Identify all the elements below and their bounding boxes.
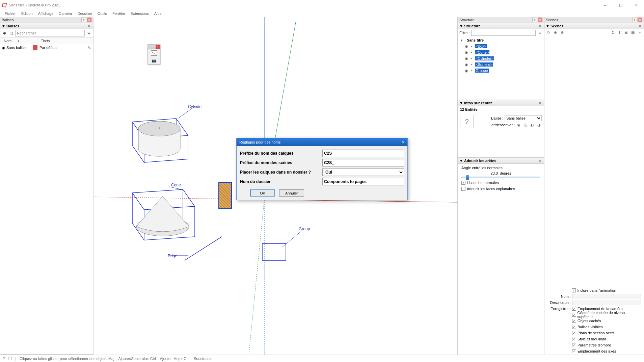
- close-icon[interactable]: ×: [87, 18, 91, 22]
- tree-root[interactable]: ▾▫ Sans titre: [459, 37, 542, 43]
- tree-item[interactable]: ◉▪Groupe: [464, 68, 542, 74]
- close-icon[interactable]: ×: [156, 45, 160, 49]
- scene-move-up-icon[interactable]: ↥: [610, 30, 615, 35]
- soften-angle-slider[interactable]: [461, 177, 540, 178]
- menu-fichier[interactable]: Fichier: [3, 11, 18, 16]
- camera-tool-icon[interactable]: 📷: [148, 57, 160, 64]
- soften-coplanar-checkbox[interactable]: [461, 187, 465, 191]
- window-minimize-button[interactable]: –: [597, 0, 613, 10]
- dialog-title-bar[interactable]: Réglages pour des noms ×: [237, 138, 407, 146]
- edit-icon[interactable]: ✎: [88, 46, 91, 50]
- dialog-close-icon[interactable]: ×: [402, 139, 405, 145]
- tree-item[interactable]: ◉▪<Cone>: [464, 49, 542, 55]
- shadow-icon[interactable]: ◐: [530, 122, 535, 128]
- layer-prefix-input[interactable]: [322, 150, 404, 157]
- close-icon[interactable]: ×: [538, 24, 542, 28]
- add-tag-icon[interactable]: ⊕: [2, 30, 7, 36]
- update-scene-icon[interactable]: ↻: [546, 30, 551, 35]
- folder-toggle-select[interactable]: Oui: [322, 169, 404, 176]
- tree-item[interactable]: ◉▪<Cylinder>: [464, 55, 542, 61]
- scenes-dock-title[interactable]: Scenes ▾×: [544, 17, 644, 23]
- scene-prefix-input[interactable]: [322, 159, 404, 166]
- visibility-icon[interactable]: ◉: [0, 46, 6, 50]
- receive-shadow-icon[interactable]: ◑: [536, 122, 542, 128]
- scene-thumb-icon[interactable]: ▦: [630, 30, 636, 35]
- add-scene-icon[interactable]: ⊕: [553, 30, 558, 35]
- titlebar: Sans titre - SketchUp Pro 2021 – ▢ ✕: [0, 0, 644, 10]
- window-close-button[interactable]: ✕: [628, 0, 644, 10]
- scene-move-down-icon[interactable]: ↧: [617, 30, 622, 35]
- scene-list-icon[interactable]: ☰: [623, 30, 629, 35]
- entity-panel-label: Infos sur l'entité: [464, 101, 493, 105]
- scene-opt-checkbox[interactable]: ✓: [572, 313, 576, 317]
- tag-color-swatch[interactable]: [33, 45, 37, 50]
- folder-name-input[interactable]: [322, 178, 404, 185]
- add-folder-icon[interactable]: ▢: [8, 30, 14, 36]
- menu-camera[interactable]: Caméra: [57, 11, 74, 16]
- close-icon[interactable]: ×: [538, 18, 542, 22]
- menu-fenetre[interactable]: Fenêtre: [110, 11, 127, 16]
- menu-outils[interactable]: Outils: [96, 11, 109, 16]
- entity-panel-header[interactable]: ▼ Infos sur l'entité ×: [458, 100, 544, 106]
- scene-opt-checkbox[interactable]: ✓: [572, 319, 576, 323]
- scene-name-input[interactable]: [572, 294, 641, 299]
- scene-opt-checkbox[interactable]: ✓: [572, 343, 576, 347]
- window-title: Sans titre - SketchUp Pro 2021: [9, 3, 60, 7]
- include-animation-checkbox[interactable]: ✓: [572, 288, 576, 292]
- close-icon[interactable]: ×: [638, 18, 642, 22]
- svg-line-18: [185, 237, 222, 260]
- pin-icon[interactable]: ▾: [532, 18, 537, 22]
- scene-opt-checkbox[interactable]: ✓: [572, 349, 576, 353]
- folder-toggle-label: Placer les calques dans un dossier ?: [240, 170, 322, 175]
- pin-icon[interactable]: ▾: [81, 18, 86, 22]
- scene-opt-checkbox[interactable]: ✓: [572, 331, 576, 335]
- tree-item[interactable]: ◉▪<Box>: [464, 43, 542, 49]
- soften-panel-header[interactable]: ▼ Adoucir les arêtes ×: [458, 158, 544, 164]
- cancel-button[interactable]: Annuler: [279, 189, 304, 197]
- menu-extensions[interactable]: Extensions: [129, 11, 151, 16]
- scene-opt-label: Géométrie cachée de niveau supérieur: [578, 311, 641, 319]
- scenes-panel-header[interactable]: ▼ Scènes ×: [544, 23, 644, 29]
- menu-edition[interactable]: Édition: [19, 11, 35, 16]
- close-icon[interactable]: ×: [638, 24, 642, 28]
- balises-dock-title[interactable]: Balises ▾×: [0, 17, 93, 23]
- menu-dessiner[interactable]: Dessiner: [75, 11, 94, 16]
- floating-toolbar[interactable]: × S. 📷: [147, 44, 160, 64]
- scene-menu-icon[interactable]: »: [637, 30, 642, 35]
- close-icon[interactable]: ×: [538, 101, 542, 105]
- entity-count: 12 Entités: [458, 106, 544, 113]
- scene-desc-input[interactable]: [572, 300, 641, 305]
- close-icon[interactable]: ×: [538, 158, 542, 163]
- remove-scene-icon[interactable]: ⊖: [559, 30, 565, 35]
- close-icon[interactable]: ×: [87, 24, 91, 28]
- col-tirets[interactable]: Tirets: [37, 39, 93, 43]
- tag-search-input[interactable]: [15, 30, 85, 36]
- scene-opt-checkbox[interactable]: ✓: [572, 325, 576, 329]
- tree-item[interactable]: ◉▪<Sumele>: [464, 61, 542, 68]
- tag-row[interactable]: ◉ Sans balise Par défaut ✎: [0, 44, 93, 51]
- info-icon[interactable]: ⓘ: [8, 356, 12, 361]
- structure-panel-header[interactable]: ▼ Structure ×: [458, 23, 544, 29]
- scene-prefix-label: Préfixe du nom des scènes: [240, 160, 322, 165]
- visibility-icon[interactable]: ◉: [516, 122, 521, 128]
- smooth-normals-checkbox[interactable]: ✓: [461, 181, 465, 185]
- ok-button[interactable]: OK: [250, 189, 275, 197]
- menu-affichage[interactable]: Affichage: [36, 11, 56, 16]
- balises-panel-header[interactable]: ▼ Balises ×: [0, 23, 93, 29]
- entity-tag-select[interactable]: Sans balise: [505, 115, 542, 121]
- help-icon[interactable]: ?: [3, 357, 5, 361]
- tag-dash: Par défaut: [39, 46, 57, 50]
- scene-opt-label: Paramètres d'ombre: [578, 343, 611, 347]
- expand-icon[interactable]: »: [86, 30, 91, 36]
- pin-icon[interactable]: ▾: [632, 18, 637, 22]
- scene-opt-checkbox[interactable]: ✓: [572, 307, 576, 311]
- expand-icon[interactable]: »: [537, 30, 542, 35]
- col-nom[interactable]: Nom: [4, 39, 11, 43]
- window-maximize-button[interactable]: ▢: [613, 0, 628, 10]
- menu-aide[interactable]: Aide: [152, 11, 164, 16]
- plugin-icon[interactable]: S.: [148, 49, 160, 57]
- structure-dock-title[interactable]: Structure ▾×: [458, 17, 544, 23]
- outliner-filter-input[interactable]: [471, 30, 536, 36]
- scene-opt-checkbox[interactable]: ✓: [572, 337, 576, 341]
- lock-icon[interactable]: ⎘: [523, 122, 528, 128]
